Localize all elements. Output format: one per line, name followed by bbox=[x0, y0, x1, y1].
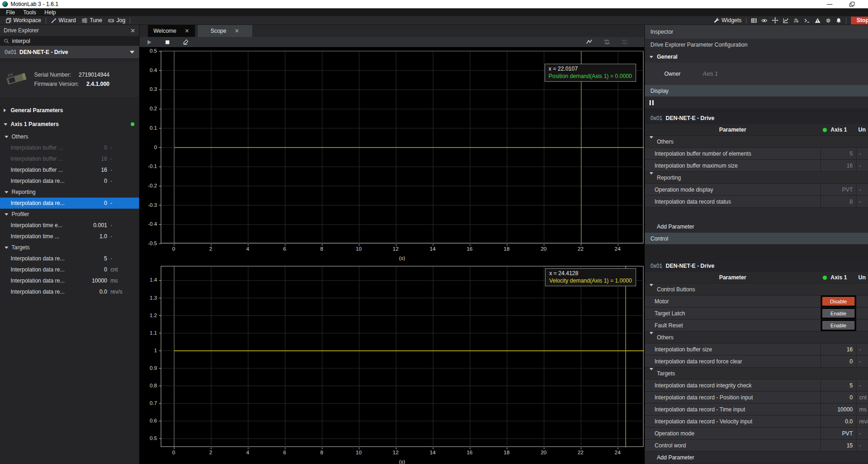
parameter-row[interactable]: Interpolation data record force clear0- bbox=[645, 356, 868, 368]
add-parameter-button[interactable]: Add Parameter bbox=[645, 452, 868, 464]
tree-param-row[interactable]: Interpolation data re...0cnt bbox=[0, 264, 139, 275]
tree-param-row[interactable]: Interpolation buffer ...16- bbox=[0, 153, 139, 164]
warning-icon[interactable] bbox=[812, 18, 823, 24]
tree-item-unit: - bbox=[110, 200, 112, 206]
parameter-unit bbox=[856, 307, 868, 319]
parameter-row[interactable]: Operation mode displayPVT- bbox=[645, 184, 868, 196]
parameter-unit: - bbox=[856, 356, 868, 367]
menu-tools[interactable]: Tools bbox=[19, 9, 40, 16]
add-parameter-button[interactable]: Add Parameter bbox=[645, 221, 868, 233]
drive-selector[interactable]: 0x01 DEN-NET-E - Drive bbox=[0, 46, 139, 58]
caret-down-icon bbox=[649, 286, 653, 293]
tree-param-row[interactable]: Interpolation time ...1.0- bbox=[0, 231, 139, 242]
tree-group-row[interactable]: Others bbox=[0, 131, 139, 142]
toolbar-jog-button[interactable]: Jog bbox=[105, 17, 128, 24]
parameter-row[interactable]: MotorDisable bbox=[645, 295, 868, 307]
motor-disable-button[interactable]: Disable bbox=[822, 297, 855, 306]
chart-icon[interactable] bbox=[780, 18, 791, 24]
tree-param-row[interactable]: Interpolation data re...10000ms bbox=[0, 275, 139, 286]
tree-param-row[interactable]: Interpolation data re...0.0rev/s bbox=[0, 286, 139, 297]
parameter-row[interactable]: Interpolation data record integrity chec… bbox=[645, 380, 868, 392]
parameter-group-row[interactable]: Control Buttons bbox=[645, 283, 868, 295]
restore-button[interactable] bbox=[848, 2, 856, 7]
parameter-row[interactable]: Interpolation data record - Velocity inp… bbox=[645, 416, 868, 428]
move-icon[interactable] bbox=[770, 17, 780, 24]
parameter-row[interactable]: Interpolation data record status8- bbox=[645, 196, 868, 208]
workspace-icon bbox=[6, 18, 12, 24]
tab-close-icon[interactable]: ✕ bbox=[185, 28, 189, 34]
play-icon[interactable] bbox=[144, 39, 155, 45]
tree-param-row[interactable]: Interpolation buffer ...16- bbox=[0, 164, 139, 175]
status-dot bbox=[131, 122, 134, 126]
curve-single-icon[interactable] bbox=[584, 39, 595, 45]
drive-address: 0x01 bbox=[5, 49, 17, 55]
terminal-icon[interactable] bbox=[801, 18, 812, 24]
tree-group-row[interactable]: Targets bbox=[0, 242, 139, 253]
clear-eraser-icon[interactable] bbox=[180, 39, 191, 45]
search-icon bbox=[4, 38, 9, 44]
parameter-row[interactable]: Interpolation buffer size16- bbox=[645, 343, 868, 356]
tab-welcome[interactable]: Welcome✕ bbox=[148, 25, 195, 37]
parameter-group-row[interactable]: Others bbox=[645, 331, 868, 343]
tab-scope[interactable]: Scope✕ bbox=[198, 25, 252, 37]
menu-help[interactable]: Help bbox=[40, 9, 60, 16]
toolbar-button-label: Jog bbox=[116, 17, 125, 24]
parameter-value: 0.0 bbox=[845, 418, 853, 425]
parameter-unit: - bbox=[856, 196, 868, 207]
bell-icon[interactable] bbox=[833, 18, 844, 24]
parameter-column-header: Parameter bbox=[645, 274, 820, 281]
parameter-row[interactable]: Target LatchEnable bbox=[645, 307, 868, 319]
tooltip-series-value: Velocity demand(Axis 1) = 1.0000 bbox=[549, 277, 632, 284]
tree-item-value: 10000 bbox=[66, 277, 107, 284]
parameter-group-row[interactable]: Targets bbox=[645, 368, 868, 380]
parameter-row[interactable]: Interpolation data record - Time input10… bbox=[645, 404, 868, 416]
firmware-version-label: Firmware Version: bbox=[34, 81, 79, 87]
tab-label: Welcome bbox=[153, 28, 176, 34]
tree-item-label: Targets bbox=[12, 244, 30, 251]
curves-stacked-icon[interactable] bbox=[601, 39, 612, 45]
tree-param-row[interactable]: Interpolation data re...5- bbox=[0, 253, 139, 264]
tab-close-icon[interactable]: ✕ bbox=[235, 28, 239, 34]
parameter-row[interactable]: Interpolation data record - Position inp… bbox=[645, 392, 868, 404]
target-latch-enable-button[interactable]: Enable bbox=[822, 309, 855, 318]
stop-icon[interactable] bbox=[162, 39, 173, 45]
parameter-row[interactable]: Interpolation buffer maximum size16- bbox=[645, 160, 868, 172]
tree-group-row[interactable]: Profiler bbox=[0, 209, 139, 220]
tree-param-row[interactable]: Interpolation time e...0.001- bbox=[0, 220, 139, 231]
table-icon[interactable] bbox=[748, 18, 759, 24]
menu-file[interactable]: File bbox=[2, 9, 19, 16]
tree-section-row[interactable]: General Parameters bbox=[0, 103, 139, 117]
search-input[interactable]: interpol bbox=[0, 36, 139, 46]
toolbar-tune-button[interactable]: Tune bbox=[79, 17, 105, 24]
toolbar-wizard-button[interactable]: Wizard bbox=[48, 17, 79, 24]
tree-item-label: Others bbox=[12, 133, 28, 140]
minimize-button[interactable]: — bbox=[826, 1, 834, 7]
parameter-unit: - bbox=[856, 343, 868, 355]
pause-icon[interactable] bbox=[649, 100, 654, 105]
parameter-row[interactable]: Operation modePVT- bbox=[645, 428, 868, 440]
tree-group-row[interactable]: Reporting bbox=[0, 187, 139, 198]
tooltip-series-value: Position demand(Axis 1) = 0.0000 bbox=[549, 72, 632, 80]
stop-button[interactable]: Stop bbox=[851, 17, 868, 24]
tree-item-label: Interpolation data re... bbox=[11, 200, 65, 206]
parameter-group-row[interactable]: Others bbox=[645, 136, 868, 148]
parameter-row[interactable]: Fault ResetEnable bbox=[645, 319, 868, 331]
fault-reset-enable-button[interactable]: Enable bbox=[822, 321, 855, 330]
toolbar-workspace-button[interactable]: Workspace bbox=[3, 17, 44, 24]
parameter-row[interactable]: Control word15- bbox=[645, 440, 868, 452]
widgets-button[interactable]: Widgets bbox=[711, 17, 744, 24]
close-icon[interactable]: ✕ bbox=[130, 27, 135, 34]
curves-split-icon[interactable] bbox=[619, 39, 630, 45]
tree-param-row[interactable]: Interpolation data re...0- bbox=[0, 175, 139, 187]
wave-icon[interactable] bbox=[791, 18, 801, 24]
x-axis-tick: 20 bbox=[534, 246, 554, 252]
inspector-general-section[interactable]: General bbox=[645, 51, 868, 63]
scope-plot-1[interactable] bbox=[161, 266, 643, 447]
parameter-group-row[interactable]: Reporting bbox=[645, 172, 868, 184]
tree-param-row[interactable]: Interpolation buffer ...0- bbox=[0, 142, 139, 153]
tree-section-row[interactable]: Axis 1 Parameters bbox=[0, 117, 139, 131]
parameter-row[interactable]: Interpolation buffer number of elements5… bbox=[645, 148, 868, 160]
eye-icon[interactable] bbox=[759, 18, 770, 24]
tree-param-row[interactable]: Interpolation data re...0- bbox=[0, 198, 139, 209]
gear-icon[interactable] bbox=[823, 18, 833, 24]
